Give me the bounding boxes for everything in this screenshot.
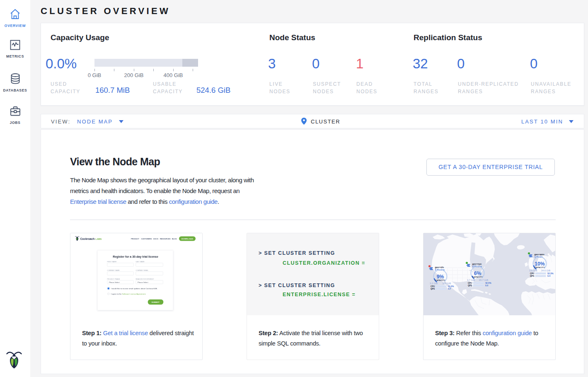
svg-text:4.7: 4.7	[448, 288, 451, 290]
svg-text:3.6 GiB: 3.6 GiB	[529, 269, 537, 272]
svg-text:CAPACITY: CAPACITY	[535, 266, 545, 268]
svg-text:0.0: 0.0	[485, 284, 488, 287]
svg-text:42.5%: 42.5%	[485, 282, 491, 284]
svg-text:353 GiB: 353 GiB	[442, 282, 451, 285]
svg-text:6%: 6%	[474, 271, 482, 276]
svg-text:QPS: QPS	[468, 285, 472, 287]
svg-text:CAPACITY: CAPACITY	[435, 279, 445, 281]
svg-text:QPS: QPS	[431, 288, 435, 290]
svg-text:3.2 GiB: 3.2 GiB	[430, 282, 438, 285]
svg-text:CPU: CPU	[468, 282, 472, 284]
svg-text:65.7 GiB: 65.7 GiB	[479, 279, 488, 281]
svg-text:3.7 GiB: 3.7 GiB	[467, 279, 475, 281]
svg-text:9%: 9%	[437, 274, 444, 280]
svg-text:geo=ams: geo=ams	[535, 253, 544, 256]
svg-text:10%: 10%	[535, 261, 545, 267]
svg-text:CPU: CPU	[431, 285, 435, 288]
svg-text:geo=nyc: geo=nyc	[472, 263, 482, 265]
svg-text:11.0%: 11.0%	[448, 285, 454, 288]
svg-text:geo=sfo: geo=sfo	[435, 266, 444, 268]
svg-text:CAPACITY: CAPACITY	[472, 276, 483, 278]
svg-text:52.3%: 52.3%	[547, 272, 554, 275]
svg-text:0.4: 0.4	[547, 275, 550, 277]
svg-text:34.6 GiB: 34.6 GiB	[541, 269, 550, 272]
svg-text:QPS: QPS	[530, 275, 535, 277]
svg-text:CPU: CPU	[530, 273, 535, 275]
